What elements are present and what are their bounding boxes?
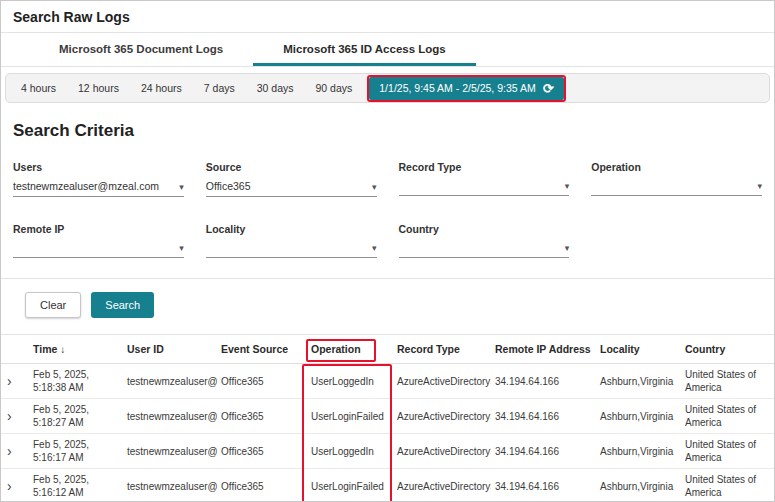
results-table: Time↓ User ID Event Source Operation Rec… bbox=[1, 335, 775, 502]
search-raw-logs-page: Search Raw Logs Microsoft 365 Document L… bbox=[0, 0, 775, 502]
search-criteria-heading: Search Criteria bbox=[13, 121, 762, 141]
cell-time: Feb 5, 2025, 5:16:12 AM bbox=[29, 469, 123, 502]
time-filter-button[interactable]: 12 hours bbox=[67, 78, 130, 98]
cell-user-id: testnewmzealuser@mzeal.com bbox=[123, 434, 217, 469]
cell-user-id: testnewmzealuser@mzeal.com bbox=[123, 469, 217, 502]
annotation-date-range: 1/1/25, 9:45 AM - 2/5/25, 9:35 AM ⟳ bbox=[367, 75, 565, 102]
cell-user-id: testnewmzealuser@mzeal.com bbox=[123, 364, 217, 399]
criteria-field-label: Locality bbox=[206, 223, 377, 235]
table-row: › Feb 5, 2025, 5:16:12 AM testnewmzealus… bbox=[1, 469, 775, 502]
cell-country: United States of America bbox=[681, 469, 775, 502]
time-filter-button[interactable]: 90 days bbox=[305, 78, 364, 98]
record-type-select[interactable]: ▾ bbox=[399, 180, 570, 196]
table-row: › Feb 5, 2025, 5:18:27 AM testnewmzealus… bbox=[1, 399, 775, 434]
country-select[interactable]: ▾ bbox=[399, 242, 570, 258]
selected-date-range-label: 1/1/25, 9:45 AM - 2/5/25, 9:35 AM bbox=[379, 82, 535, 94]
column-header-time[interactable]: Time↓ bbox=[29, 335, 123, 364]
cell-event-source: Office365 bbox=[217, 434, 307, 469]
criteria-field-label: Country bbox=[399, 223, 570, 235]
cell-locality: Ashburn,Virginia bbox=[596, 469, 681, 502]
criteria-field: Country ▾ bbox=[399, 223, 570, 258]
source-select[interactable]: Office365 ▾ bbox=[206, 180, 377, 197]
time-filter-button[interactable]: 24 hours bbox=[130, 78, 193, 98]
column-header-country[interactable]: Country bbox=[681, 335, 775, 364]
column-header-user-id[interactable]: User ID bbox=[123, 335, 217, 364]
criteria-field: Locality ▾ bbox=[206, 223, 377, 258]
criteria-field-label: Users bbox=[13, 161, 184, 173]
criteria-field: Record Type ▾ bbox=[399, 161, 570, 197]
cell-locality: Ashburn,Virginia bbox=[596, 364, 681, 399]
criteria-fields: Users testnewmzealuser@mzeal.com ▾ Sourc… bbox=[13, 161, 762, 258]
remote-ip-select[interactable]: ▾ bbox=[13, 242, 184, 258]
column-header-operation[interactable]: Operation bbox=[307, 335, 393, 364]
criteria-field-label: Record Type bbox=[399, 161, 570, 173]
chevron-down-icon: ▾ bbox=[565, 243, 570, 253]
cell-user-id: testnewmzealuser@mzeal.com bbox=[123, 399, 217, 434]
row-expand-chevron-icon[interactable]: › bbox=[5, 479, 14, 493]
page-title: Search Raw Logs bbox=[1, 1, 774, 33]
criteria-field-label: Remote IP bbox=[13, 223, 184, 235]
search-criteria-section: Search Criteria Users testnewmzealuser@m… bbox=[1, 103, 774, 328]
cell-time: Feb 5, 2025, 5:16:17 AM bbox=[29, 434, 123, 469]
column-header-record-type[interactable]: Record Type bbox=[393, 335, 491, 364]
chevron-down-icon: ▾ bbox=[565, 181, 570, 191]
time-filter-options: 4 hours 12 hours 24 hours 7 days 30 days… bbox=[10, 78, 363, 98]
column-header-event-source[interactable]: Event Source bbox=[217, 335, 307, 364]
results-table-section: Time↓ User ID Event Source Operation Rec… bbox=[1, 334, 774, 502]
cell-remote-ip: 34.194.64.166 bbox=[491, 469, 596, 502]
column-header-remote-ip[interactable]: Remote IP Address bbox=[491, 335, 596, 364]
expand-column-header bbox=[1, 335, 29, 364]
time-filter-button[interactable]: 30 days bbox=[246, 78, 305, 98]
row-expand-chevron-icon[interactable]: › bbox=[5, 374, 14, 388]
criteria-select-value: Office365 bbox=[206, 180, 251, 192]
users-select[interactable]: testnewmzealuser@mzeal.com ▾ bbox=[13, 180, 184, 197]
chevron-down-icon: ▾ bbox=[372, 243, 377, 253]
cell-record-type: AzureActiveDirectoryStsLogon bbox=[393, 399, 491, 434]
cell-operation: UserLoggedIn bbox=[307, 364, 393, 399]
tab-document-logs[interactable]: Microsoft 365 Document Logs bbox=[29, 33, 253, 66]
cell-operation: UserLoginFailed bbox=[307, 399, 393, 434]
selected-date-range-button[interactable]: 1/1/25, 9:45 AM - 2/5/25, 9:35 AM ⟳ bbox=[369, 77, 563, 100]
chevron-down-icon: ▾ bbox=[757, 181, 762, 191]
chevron-down-icon: ▾ bbox=[179, 182, 184, 192]
criteria-field: Users testnewmzealuser@mzeal.com ▾ bbox=[13, 161, 184, 197]
time-filter-button[interactable]: 7 days bbox=[193, 78, 246, 98]
cell-remote-ip: 34.194.64.166 bbox=[491, 364, 596, 399]
criteria-actions: Clear Search bbox=[13, 279, 762, 328]
cell-country: United States of America bbox=[681, 399, 775, 434]
row-expand-chevron-icon[interactable]: › bbox=[5, 409, 14, 423]
locality-select[interactable]: ▾ bbox=[206, 242, 377, 258]
cell-remote-ip: 34.194.64.166 bbox=[491, 399, 596, 434]
criteria-select-value: testnewmzealuser@mzeal.com bbox=[13, 180, 159, 192]
chevron-down-icon: ▾ bbox=[179, 243, 184, 253]
cell-record-type: AzureActiveDirectoryStsLogon bbox=[393, 364, 491, 399]
clear-button[interactable]: Clear bbox=[25, 292, 81, 318]
cell-locality: Ashburn,Virginia bbox=[596, 434, 681, 469]
cell-operation: UserLoggedIn bbox=[307, 434, 393, 469]
chevron-down-icon: ▾ bbox=[372, 182, 377, 192]
time-filter-button[interactable]: 4 hours bbox=[10, 78, 67, 98]
criteria-field-label: Source bbox=[206, 161, 377, 173]
row-expand-chevron-icon[interactable]: › bbox=[5, 444, 14, 458]
cell-remote-ip: 34.194.64.166 bbox=[491, 434, 596, 469]
cell-event-source: Office365 bbox=[217, 469, 307, 502]
table-row: › Feb 5, 2025, 5:18:38 AM testnewmzealus… bbox=[1, 364, 775, 399]
criteria-field: Remote IP ▾ bbox=[13, 223, 184, 258]
cell-time: Feb 5, 2025, 5:18:27 AM bbox=[29, 399, 123, 434]
column-header-locality[interactable]: Locality bbox=[596, 335, 681, 364]
cell-country: United States of America bbox=[681, 364, 775, 399]
cell-locality: Ashburn,Virginia bbox=[596, 399, 681, 434]
criteria-field: Source Office365 ▾ bbox=[206, 161, 377, 197]
operation-select[interactable]: ▾ bbox=[591, 180, 762, 196]
cell-country: United States of America bbox=[681, 434, 775, 469]
cell-record-type: AzureActiveDirectoryStsLogon bbox=[393, 434, 491, 469]
search-button[interactable]: Search bbox=[91, 292, 154, 318]
cell-record-type: AzureActiveDirectoryStsLogon bbox=[393, 469, 491, 502]
time-range-bar: 4 hours 12 hours 24 hours 7 days 30 days… bbox=[5, 73, 770, 103]
criteria-field: Operation ▾ bbox=[591, 161, 762, 197]
cell-time: Feb 5, 2025, 5:18:38 AM bbox=[29, 364, 123, 399]
cell-event-source: Office365 bbox=[217, 399, 307, 434]
sort-descending-icon: ↓ bbox=[60, 344, 65, 355]
table-row: › Feb 5, 2025, 5:16:17 AM testnewmzealus… bbox=[1, 434, 775, 469]
tab-id-access-logs[interactable]: Microsoft 365 ID Access Logs bbox=[253, 33, 476, 66]
